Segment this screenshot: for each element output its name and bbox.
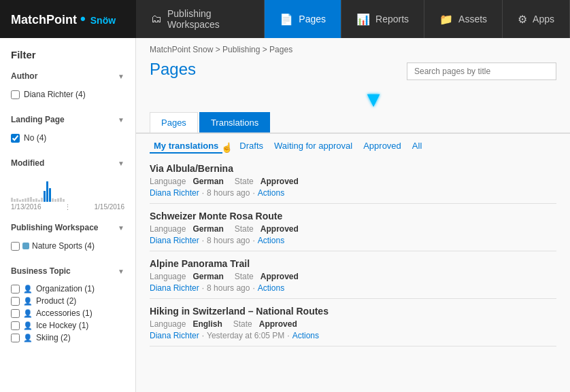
item-actions-link[interactable]: Actions (258, 188, 284, 198)
state-value: Approved (261, 177, 299, 186)
filter-section-modified: Modified ▼ (0, 154, 135, 215)
item-title: Via Albula/Bernina (150, 163, 556, 174)
separator-dot-2: · (252, 188, 254, 198)
sub-tab-my-translations[interactable]: My translations (150, 139, 222, 154)
nav-label-workspaces: Publishing Workspaces (167, 8, 249, 30)
checkbox-nature-sports[interactable] (11, 242, 20, 251)
sub-tabs: My translations ☝ Drafts Waiting for app… (136, 134, 570, 156)
bar-9 (33, 199, 35, 202)
bar-4 (19, 200, 21, 202)
separator-dot: · (202, 331, 204, 340)
state-label: State (233, 319, 252, 329)
filter-label-modified: Modified (11, 158, 44, 168)
nav-item-assets[interactable]: 📁 Assets (424, 0, 503, 38)
checkbox-product[interactable] (11, 297, 20, 306)
bar-6 (24, 198, 27, 202)
nav-item-apps[interactable]: ⚙ Apps (503, 0, 570, 38)
breadcrumb: MatchPoint Snow > Publishing > Pages (136, 38, 570, 57)
language-label: Language (150, 224, 186, 234)
chart-bar-area (11, 175, 124, 202)
sub-tab-all[interactable]: All (408, 139, 426, 154)
workspace-color-dot (22, 243, 29, 249)
state-value: Approved (259, 319, 297, 329)
checkbox-skiing[interactable] (11, 334, 20, 342)
checkbox-no[interactable] (11, 134, 20, 143)
assets-icon: 📁 (439, 13, 453, 26)
filter-header-publishing-workspace[interactable]: Publishing Workspace ▼ (0, 219, 135, 236)
filter-header-business-topic[interactable]: Business Topic ▼ (0, 262, 135, 280)
bar-20 (63, 199, 65, 202)
language-label: Language (150, 319, 186, 329)
state-value: Approved (261, 272, 299, 281)
filter-item-diana[interactable]: Diana Richter (4) (11, 88, 124, 101)
ice-hockey-icon: 👤 (23, 321, 33, 330)
separator-dot: · (202, 188, 204, 198)
chevron-icon-landing: ▼ (118, 116, 124, 124)
item-author-link[interactable]: Diana Richter (150, 283, 199, 293)
bar-19 (60, 198, 62, 202)
nav-item-pages[interactable]: 📄 Pages (265, 0, 341, 38)
search-input[interactable] (407, 63, 556, 80)
filter-item-no[interactable]: No (4) (11, 131, 124, 145)
bar-14 (46, 181, 48, 202)
nav-item-publishing-workspaces[interactable]: 🗂 Publishing Workspaces (136, 0, 265, 38)
item-author-link[interactable]: Diana Richter (150, 236, 199, 245)
accessories-icon: 👤 (23, 309, 33, 318)
item-author-link[interactable]: Diana Richter (150, 188, 199, 198)
label-ice-hockey: Ice Hockey (1) (36, 321, 88, 330)
bar-1 (11, 198, 13, 202)
filter-item-accessories[interactable]: 👤 Accessories (1) (11, 307, 124, 319)
filter-section-landing-page: Landing Page ▼ No (4) (0, 111, 135, 150)
tabs-bar: Pages Translations (136, 112, 570, 134)
three-dots-icon[interactable]: ⋮ (64, 203, 71, 212)
bar-16 (52, 198, 54, 202)
chevron-icon-modified: ▼ (118, 160, 124, 167)
sub-tab-drafts[interactable]: Drafts (235, 139, 267, 154)
filter-header-landing-page[interactable]: Landing Page ▼ (0, 111, 135, 128)
logo-dot: • (80, 10, 86, 27)
checkbox-ice-hockey[interactable] (11, 321, 20, 330)
filter-item-organization[interactable]: 👤 Organization (1) (11, 283, 124, 295)
list-item: Hiking in Switzerland – National Routes … (150, 299, 556, 346)
filter-header-author[interactable]: Author ▼ (0, 67, 135, 85)
label-product: Product (2) (36, 296, 76, 306)
nav-label-reports: Reports (375, 14, 409, 24)
tab-translations[interactable]: Translations (199, 112, 270, 132)
item-actions-link[interactable]: Actions (258, 283, 284, 293)
checkbox-diana[interactable] (11, 90, 20, 99)
filter-section-business-topic: Business Topic ▼ 👤 Organization (1) 👤 Pr… (0, 262, 135, 349)
filter-item-ice-hockey[interactable]: 👤 Ice Hockey (1) (11, 319, 124, 332)
list-item: Alpine Panorama Trail Language German St… (150, 251, 556, 299)
item-title: Hiking in Switzerland – National Routes (150, 306, 556, 317)
list-item: Via Albula/Bernina Language German State… (150, 156, 556, 204)
label-no: No (4) (24, 133, 46, 143)
filter-item-product[interactable]: 👤 Product (2) (11, 295, 124, 307)
filter-item-skiing[interactable]: 👤 Skiing (2) (11, 332, 124, 344)
item-time: Yesterday at 6:05 PM (207, 331, 284, 340)
filter-label-publishing-workspace: Publishing Workspace (11, 223, 98, 232)
chart-date-to: 1/15/2016 (95, 203, 125, 212)
checkbox-organization[interactable] (11, 285, 20, 293)
filter-item-nature-sports[interactable]: Nature Sports (4) (11, 239, 124, 253)
logo-text: MatchPoint • Snöw (11, 10, 116, 28)
bar-5 (22, 199, 24, 202)
sub-tab-waiting[interactable]: Waiting for approval (270, 139, 356, 154)
sub-tab-approved[interactable]: Approved (359, 139, 405, 154)
page-title: Pages (150, 60, 196, 79)
content-area: MatchPoint Snow > Publishing > Pages Pag… (136, 38, 570, 392)
language-label: Language (150, 177, 186, 186)
reports-icon: 📊 (356, 13, 370, 26)
filter-body-author: Diana Richter (4) (0, 85, 135, 107)
modified-chart: 1/13/2016 ⋮ 1/15/2016 (0, 172, 135, 215)
language-value: English (192, 319, 222, 329)
tab-pages[interactable]: Pages (150, 112, 198, 132)
separator-dot: · (202, 283, 204, 293)
item-actions-link[interactable]: Actions (258, 236, 284, 245)
checkbox-accessories[interactable] (11, 309, 20, 318)
filter-header-modified[interactable]: Modified ▼ (0, 154, 135, 172)
bar-17 (54, 199, 56, 202)
item-author-link[interactable]: Diana Richter (150, 331, 199, 340)
item-actions-link[interactable]: Actions (292, 331, 319, 340)
nav-item-reports[interactable]: 📊 Reports (341, 0, 424, 38)
language-value: German (192, 272, 223, 281)
